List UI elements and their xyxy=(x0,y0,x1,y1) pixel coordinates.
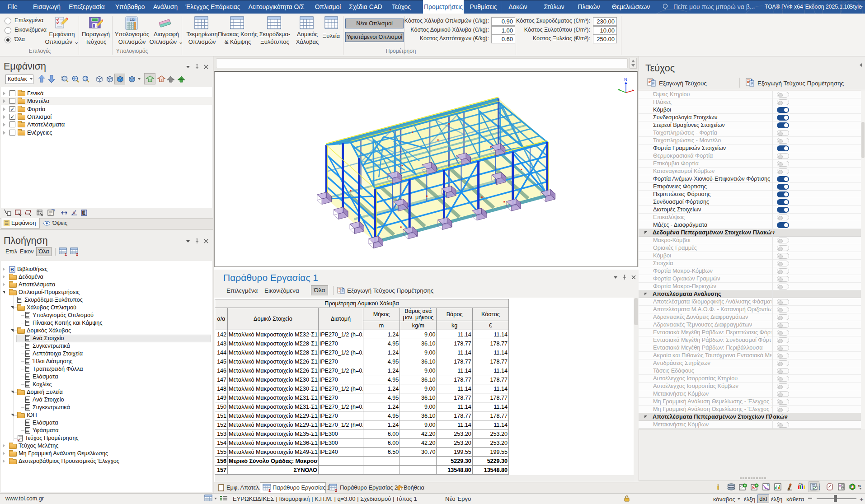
svg-text:123: 123 xyxy=(130,18,135,21)
svg-text:2: 2 xyxy=(335,488,337,492)
svg-text:2: 2 xyxy=(76,252,78,256)
svg-text:i: i xyxy=(717,483,719,491)
svg-text:N: N xyxy=(767,484,769,486)
svg-text:E: E xyxy=(82,210,85,215)
svg-text:1: 1 xyxy=(65,252,67,256)
svg-text:1: 1 xyxy=(268,488,271,492)
svg-text:B: B xyxy=(10,267,14,272)
svg-text:N: N xyxy=(624,77,627,82)
svg-text:CA: CA xyxy=(799,483,803,486)
